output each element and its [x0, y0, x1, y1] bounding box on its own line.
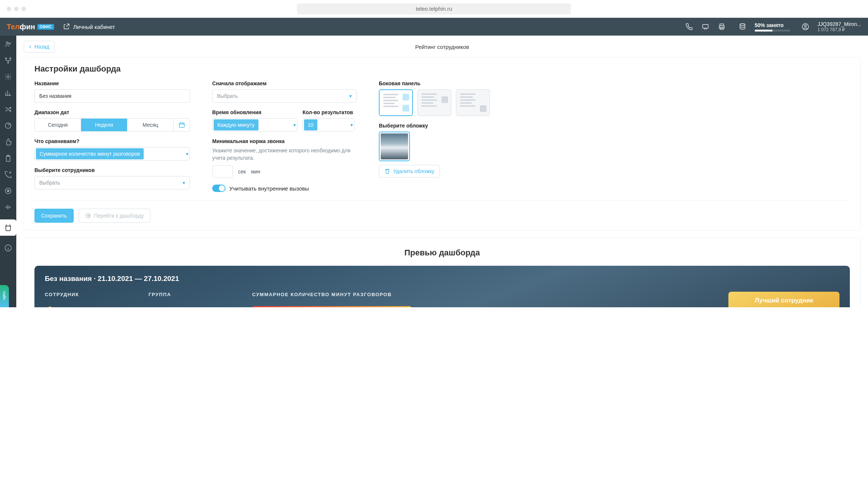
metric-bar-1: 00:00:50: [252, 306, 411, 307]
chevron-down-icon: ▾: [183, 180, 185, 186]
compare-label: Что сравниваем?: [34, 138, 190, 144]
name-input[interactable]: [34, 89, 190, 103]
sidebar-item-settings[interactable]: [4, 73, 12, 81]
chevron-down-icon: ▾: [293, 122, 296, 128]
traffic-light-close[interactable]: [7, 7, 11, 11]
svg-point-8: [9, 43, 10, 44]
svg-point-7: [6, 42, 8, 44]
svg-point-10: [10, 58, 11, 59]
back-button[interactable]: Назад: [24, 41, 55, 53]
sidebar-item-audio[interactable]: [4, 203, 12, 211]
panel-layout-option-3[interactable]: [456, 89, 490, 116]
rank-badge-1: 1: [45, 306, 55, 307]
svg-rect-0: [702, 24, 708, 28]
url-bar[interactable]: teleo.telphin.ru: [297, 3, 571, 14]
settings-title: Настройки дашборда: [34, 64, 850, 74]
preview-card: Превью дашборда Без названия · 21.10.202…: [24, 237, 861, 307]
best-time: 00:00:50: [732, 307, 836, 307]
display-first-label: Сначала отображаем: [212, 80, 357, 86]
storage-usage: 50% занято: [755, 22, 790, 32]
cover-label: Выберите обложку: [379, 123, 850, 129]
chevron-down-icon: ▾: [349, 93, 352, 99]
sidebar-item-missed-call[interactable]: [4, 170, 12, 179]
settings-card: Настройки дашборда Название Диапазон дат…: [24, 57, 861, 231]
range-week[interactable]: Неделя: [81, 119, 127, 131]
range-month[interactable]: Месяц: [127, 119, 173, 131]
delete-cover-button[interactable]: Удалить обложку: [379, 165, 440, 178]
employees-select[interactable]: Выбрать ▾: [34, 176, 190, 189]
print-icon[interactable]: [718, 23, 726, 31]
toggle-switch-on: [212, 185, 226, 192]
traffic-light-min[interactable]: [14, 7, 19, 11]
svg-point-11: [7, 62, 9, 63]
page-title: Рейтинг сотрудников: [16, 44, 868, 50]
unit-sec: сек: [238, 169, 246, 175]
sidepanel-label: Боковая панель: [379, 80, 850, 86]
minnorm-label: Минимальная норма звонка: [212, 138, 357, 144]
minnorm-input[interactable]: [212, 165, 233, 178]
external-link-icon: [62, 23, 70, 31]
results-select[interactable]: 10 ▾: [303, 118, 354, 132]
call-icon[interactable]: [685, 23, 693, 31]
calendar-icon[interactable]: [173, 119, 190, 131]
unit-min: мин: [251, 169, 260, 175]
svg-point-9: [6, 58, 7, 59]
sidebar-item-info[interactable]: [4, 244, 12, 252]
best-label: Лучший сотрудник: [732, 297, 836, 304]
internal-calls-toggle[interactable]: Учитывать внутренние вызовы: [212, 185, 357, 192]
sidebar-item-thumbsup[interactable]: [4, 138, 12, 146]
personal-cabinet-link[interactable]: Личный кабинет: [62, 23, 115, 31]
user-block[interactable]: JJQ39287_Miron... 1 072 787,9 ₽: [818, 21, 861, 32]
col-header-group: ГРУППА: [148, 292, 245, 297]
user-avatar-icon[interactable]: [801, 23, 809, 31]
chevron-down-icon: ▾: [186, 151, 188, 157]
database-icon[interactable]: [738, 23, 747, 31]
svg-point-12: [7, 76, 9, 78]
sidebar-item-target[interactable]: [4, 122, 12, 130]
panel-layout-option-1[interactable]: [379, 89, 413, 116]
col-header-employee: СОТРУДНИК: [45, 292, 141, 297]
dashboard-preview: Без названия · 21.10.2021 — 27.10.2021 С…: [34, 266, 850, 307]
svg-point-6: [804, 25, 806, 27]
goto-dashboard-button[interactable]: Перейти к дашборду: [79, 209, 150, 223]
refresh-select[interactable]: Каждую минуту ▾: [212, 118, 297, 132]
compare-select[interactable]: Суммарное количество минут разговоров ▾: [34, 147, 190, 160]
group-value: Продажи: [148, 306, 245, 307]
main-content: Назад Рейтинг сотрудников Настройки дашб…: [16, 36, 868, 307]
save-button[interactable]: Сохранить: [34, 209, 74, 223]
range-today[interactable]: Сегодня: [35, 119, 81, 131]
display-first-select[interactable]: Выбрать ▾: [212, 89, 357, 103]
best-employee-card: Лучший сотрудник 00:00:50 Василий Петров: [728, 292, 839, 307]
col-header-metric: СУММАРНОЕ КОЛИЧЕСТВО МИНУТ РАЗГОВОРОВ: [252, 292, 721, 297]
panel-layout-option-2[interactable]: [417, 89, 451, 116]
svg-point-4: [740, 24, 745, 26]
sidebar-item-routing[interactable]: [4, 56, 12, 64]
chat-icon[interactable]: [701, 23, 710, 31]
cover-thumbnail[interactable]: [379, 132, 410, 161]
sidebar-item-stats[interactable]: [4, 89, 12, 97]
name-label: Название: [34, 80, 190, 86]
refresh-label: Время обновления: [212, 109, 297, 115]
chevron-down-icon: ▾: [350, 122, 353, 128]
range-label: Диапазон дат: [34, 109, 190, 115]
usage-fill: [755, 30, 772, 32]
sidebar-item-marketplace[interactable]: [0, 219, 16, 236]
preview-title: Превью дашборда: [34, 248, 850, 258]
online-tab[interactable]: лайн: [0, 285, 9, 307]
sidebar-item-shuffle[interactable]: [4, 105, 12, 113]
browser-chrome: teleo.telphin.ru: [0, 0, 868, 18]
dashboard-heading: Без названия · 21.10.2021 — 27.10.2021: [45, 275, 839, 283]
app-header: Телфин ОФИС Личный кабинет 50% занято JJ…: [0, 18, 868, 36]
sidebar: лайн: [0, 36, 16, 307]
sidebar-item-clipboard[interactable]: [4, 154, 12, 162]
sidebar-item-record[interactable]: [4, 187, 12, 195]
employees-label: Выберите сотрудников: [34, 167, 190, 173]
app-logo: Телфин ОФИС: [7, 23, 54, 31]
results-label: Кол-во результатов: [303, 109, 357, 115]
date-range-segmented: Сегодня Неделя Месяц: [34, 118, 190, 132]
employee-row-1: 1 Василий Петров: [45, 306, 141, 307]
traffic-light-max[interactable]: [21, 7, 26, 11]
svg-point-17: [7, 190, 9, 192]
sidebar-item-users[interactable]: [4, 40, 12, 48]
minnorm-hint: Укажите значение, достижение которого не…: [212, 147, 357, 162]
